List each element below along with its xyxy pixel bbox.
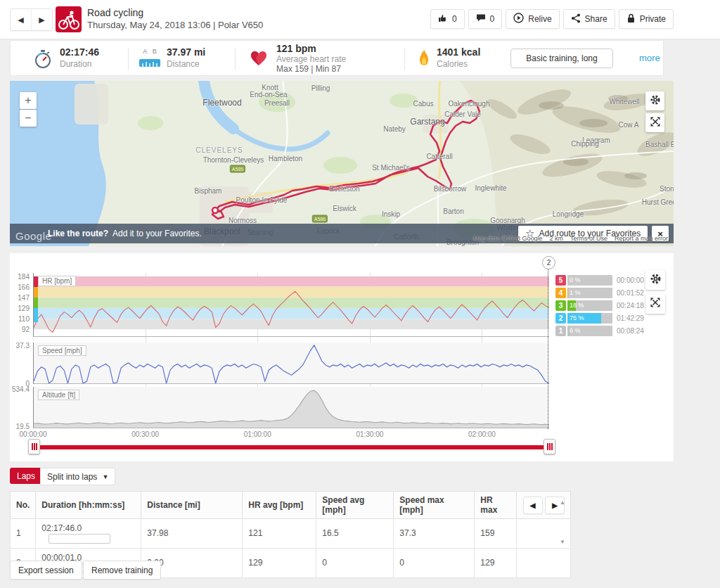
axis-tick-label: 534.4 <box>12 385 30 393</box>
duration-value: 02:17:46 <box>60 46 99 58</box>
time-range-slider-track[interactable] <box>33 445 548 449</box>
map-fullscreen-button[interactable] <box>645 113 664 132</box>
col-speed-avg: Speed avg [mph] <box>316 492 394 519</box>
share-label: Share <box>585 14 608 24</box>
distance-ab-labels: A B <box>139 48 160 55</box>
map-place-label: End-on-Sea <box>250 91 287 98</box>
slider-handle-right[interactable] <box>544 439 555 454</box>
map-zoom-in-button[interactable]: + <box>20 92 37 109</box>
remove-training-button[interactable]: Remove training <box>83 561 161 580</box>
hr-zone-row: 318 %00:24:18 <box>555 300 644 311</box>
x-axis-tick-label: 00:00:00 <box>20 430 47 438</box>
lock-icon <box>626 13 636 25</box>
session-datetime: Thursday, May 24, 2018 13:06 | Polar V65… <box>87 20 263 30</box>
map-zoom-out-button[interactable]: − <box>20 110 37 127</box>
map-attribution: Map data ©2018 Google2 kmTerms of UseRep… <box>473 235 668 242</box>
speed-chart[interactable] <box>33 343 549 384</box>
next-session-button[interactable]: ▶ <box>32 9 52 30</box>
map-place-label: St Michael's <box>372 164 410 172</box>
zone-percent: 0 % <box>570 276 581 283</box>
more-link[interactable]: more <box>639 53 660 63</box>
col-distance: Distance [mi] <box>141 492 243 519</box>
stats-divider <box>404 48 405 70</box>
lap-row[interactable]: 1 02:17:46.0 37.98 121 16.5 37.3 159 <box>11 519 571 549</box>
comment-count: 0 <box>490 14 495 24</box>
scroll-up-icon[interactable]: ▲ <box>560 499 565 506</box>
map-place-label: Poulton-le-Fylde <box>236 196 288 204</box>
private-button[interactable]: Private <box>619 9 674 29</box>
sport-profile-button[interactable]: Basic training, long <box>510 49 613 68</box>
map-place-label: Preesall <box>264 99 290 107</box>
altitude-chart-label: Altitude [ft] <box>38 390 79 400</box>
export-session-button[interactable]: Export session <box>10 561 82 580</box>
map-place-label: Calder Vale <box>444 110 481 118</box>
zone-percent: 1 % <box>570 289 581 296</box>
thumbs-up-icon <box>438 13 448 25</box>
zone-number: 3 <box>555 300 566 311</box>
chart-settings-button[interactable] <box>645 270 665 290</box>
laps-tab[interactable]: Laps <box>10 468 42 484</box>
lap-hr-max: 129 <box>475 548 517 577</box>
lap-speed-max: 0 <box>394 548 475 577</box>
zone-bar: 0 % <box>567 275 612 286</box>
x-axis-tick-label: 02:00:00 <box>468 430 496 438</box>
col-speed-max: Speed max [mph] <box>394 492 475 519</box>
lap-extra <box>517 548 571 577</box>
axis-tick-label: 129 <box>18 305 30 312</box>
distance-value: 37.97 mi <box>167 46 205 58</box>
zone-time: 01:42:29 <box>617 314 644 322</box>
speed-axis-ticks: 37.30 <box>10 343 31 383</box>
chart-fullscreen-button[interactable] <box>645 294 665 314</box>
comment-icon <box>476 13 486 25</box>
like-button[interactable]: 0 <box>430 9 465 29</box>
share-button[interactable]: Share <box>563 9 615 29</box>
road-badge: A586 <box>312 215 328 223</box>
ruler-icon <box>139 57 160 70</box>
altitude-chart[interactable] <box>33 387 549 428</box>
zone-percent: 6 % <box>570 327 581 334</box>
axis-tick-label: 92 <box>22 326 30 333</box>
header-bar: ◀ ▶ Road cycling Thursday, May 24, 2018 … <box>0 0 720 39</box>
stopwatch-icon <box>34 49 52 72</box>
map-place-label: Pilling <box>311 84 330 92</box>
split-into-laps-button[interactable]: Split into laps ▼ <box>40 468 115 485</box>
zone-percent: 18 % <box>570 302 584 309</box>
distance-label: Distance <box>167 59 200 69</box>
map-place-label: Bispham <box>195 187 222 195</box>
table-prev-button[interactable]: ◀ <box>523 497 543 514</box>
google-logo: Google <box>15 230 51 242</box>
col-duration: Duration [hh:mm:ss] <box>36 492 141 519</box>
stats-divider <box>128 48 129 70</box>
comment-button[interactable]: 0 <box>468 9 503 29</box>
map-settings-button[interactable] <box>645 91 664 110</box>
col-no: No. <box>11 492 36 519</box>
header-actions: 0 0 Relive Share Private <box>430 9 674 29</box>
flame-icon <box>417 49 431 71</box>
lap-marker-line <box>548 267 548 429</box>
prev-session-button[interactable]: ◀ <box>11 9 32 30</box>
lap-marker-2: 2 <box>542 256 555 269</box>
zone-time: 00:24:18 <box>617 302 644 309</box>
scroll-down-icon[interactable]: ▼ <box>560 539 565 545</box>
route-map[interactable]: FleetwoodKnottEnd-on-SeaPreesallPillingC… <box>10 81 674 246</box>
axis-tick-label: 184 <box>18 273 30 281</box>
lap-hr-avg: 121 <box>243 519 316 549</box>
map-place-label: Longridge <box>553 210 584 218</box>
slider-handle-left[interactable] <box>28 439 40 454</box>
chevron-down-icon: ▼ <box>102 473 108 480</box>
lap-hr-max: 159 <box>475 519 517 549</box>
x-axis-tick-label: 00:30:00 <box>131 430 159 438</box>
axis-tick-label: 147 <box>18 294 30 302</box>
table-scrollbar[interactable]: ▲ ▼ <box>558 492 567 549</box>
zone-number: 4 <box>555 288 566 298</box>
zone-percent: 75 % <box>570 314 584 321</box>
map-place-label: Bashall Ea <box>645 141 674 148</box>
calories-label: Calories <box>437 59 468 69</box>
map-place-label: Barton <box>443 207 463 215</box>
map-place-label: Thornton-Cleveleys <box>203 156 264 164</box>
hr-chart[interactable] <box>33 273 549 337</box>
lap-speed-avg: 16.5 <box>316 519 394 549</box>
stats-divider <box>235 48 236 70</box>
relive-button[interactable]: Relive <box>506 9 559 29</box>
road-badge: A585 <box>230 165 245 173</box>
